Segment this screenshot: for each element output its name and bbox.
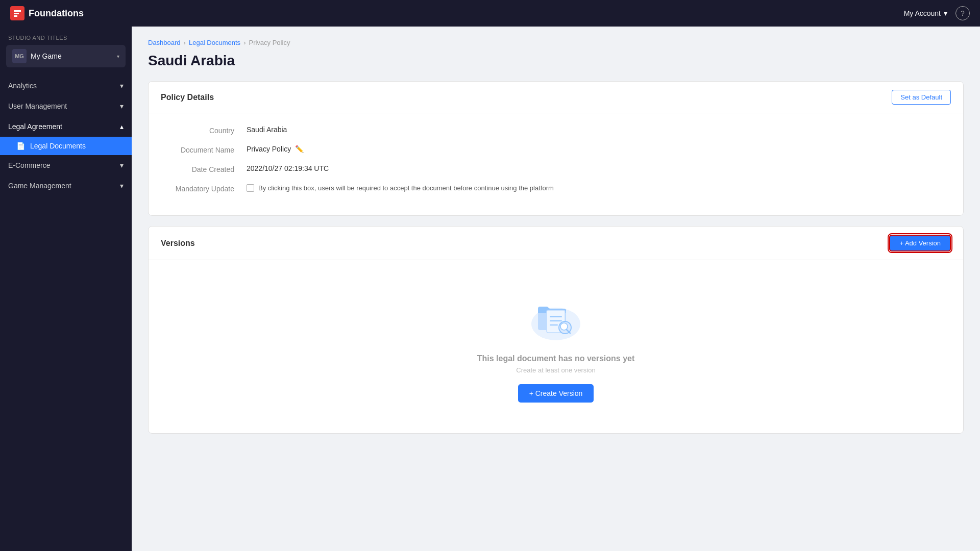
foundations-logo-icon (10, 6, 24, 20)
my-account-label: My Account (904, 9, 941, 17)
sidebar-item-e-commerce[interactable]: E-Commerce ▾ (0, 155, 132, 176)
sidebar-item-game-management[interactable]: Game Management ▾ (0, 176, 132, 196)
studio-label: STUDIO AND TITLES (0, 27, 132, 45)
sidebar-item-analytics-label: Analytics (8, 82, 37, 90)
main-layout: STUDIO AND TITLES MG My Game ▾ Analytics… (0, 27, 980, 551)
user-mgmt-chevron-icon: ▾ (120, 102, 124, 110)
policy-details-title: Policy Details (161, 93, 214, 102)
breadcrumb-sep-1: › (184, 39, 186, 46)
breadcrumb: Dashboard › Legal Documents › Privacy Po… (148, 39, 964, 46)
policy-details-card: Policy Details Set as Default Country Sa… (148, 81, 964, 216)
mandatory-update-row: Mandatory Update By clicking this box, u… (165, 184, 947, 193)
sidebar-item-user-management[interactable]: User Management ▾ (0, 96, 132, 116)
no-versions-illustration (525, 291, 586, 342)
studio-avatar: MG (12, 49, 27, 63)
versions-empty-state: This legal document has no versions yet … (149, 260, 963, 433)
policy-details-body: Country Saudi Arabia Document Name Priva… (149, 113, 963, 215)
breadcrumb-legal-documents[interactable]: Legal Documents (189, 39, 240, 46)
document-name-row: Document Name Privacy Policy ✏️ (165, 145, 947, 154)
document-name-value: Privacy Policy ✏️ (247, 145, 304, 153)
topnav-right: My Account ▾ ? (904, 6, 970, 20)
empty-sub: Create at least one version (516, 366, 595, 374)
top-navigation: Foundations My Account ▾ ? (0, 0, 980, 27)
legal-agreement-chevron-icon: ▴ (120, 122, 124, 131)
studio-chevron-icon: ▾ (117, 54, 119, 59)
sidebar-item-legal-agreement-label: Legal Agreement (8, 122, 62, 131)
country-value: Saudi Arabia (247, 126, 287, 134)
empty-illustration (525, 291, 586, 344)
breadcrumb-sep-2: › (243, 39, 246, 46)
studio-name: My Game (31, 52, 113, 60)
country-row: Country Saudi Arabia (165, 126, 947, 135)
date-created-row: Date Created 2022/10/27 02:19:34 UTC (165, 164, 947, 173)
sidebar-item-analytics[interactable]: Analytics ▾ (0, 76, 132, 96)
empty-title: This legal document has no versions yet (477, 354, 635, 363)
sidebar-item-legal-documents-label: Legal Documents (30, 142, 86, 150)
document-name-label: Document Name (165, 145, 247, 154)
my-account-button[interactable]: My Account ▾ (904, 9, 947, 17)
breadcrumb-dashboard[interactable]: Dashboard (148, 39, 181, 46)
sidebar-item-game-management-label: Game Management (8, 182, 71, 190)
add-version-button[interactable]: + Add Version (889, 235, 951, 252)
brand-logo: Foundations (10, 6, 84, 20)
sidebar: STUDIO AND TITLES MG My Game ▾ Analytics… (0, 27, 132, 551)
brand-label: Foundations (29, 8, 84, 19)
versions-card: Versions + Add Version (148, 226, 964, 434)
legal-documents-icon: 📄 (16, 142, 25, 150)
page-title: Saudi Arabia (148, 53, 964, 69)
edit-document-name-icon[interactable]: ✏️ (295, 145, 304, 153)
policy-details-header: Policy Details Set as Default (149, 82, 963, 113)
sidebar-item-e-commerce-label: E-Commerce (8, 161, 50, 169)
analytics-chevron-icon: ▾ (120, 82, 124, 90)
country-label: Country (165, 126, 247, 135)
mandatory-update-label: Mandatory Update (165, 184, 247, 193)
mandatory-update-checkbox[interactable] (247, 184, 254, 192)
sidebar-item-legal-agreement[interactable]: Legal Agreement ▴ (0, 116, 132, 137)
versions-header: Versions + Add Version (149, 227, 963, 260)
breadcrumb-privacy-policy: Privacy Policy (249, 39, 290, 46)
date-created-value: 2022/10/27 02:19:34 UTC (247, 164, 329, 172)
my-account-chevron-icon: ▾ (944, 9, 947, 17)
mandatory-update-text: By clicking this box, users will be requ… (258, 184, 554, 192)
versions-title: Versions (161, 239, 195, 248)
game-mgmt-chevron-icon: ▾ (120, 182, 124, 190)
date-created-label: Date Created (165, 164, 247, 173)
help-icon: ? (961, 9, 965, 17)
create-version-button[interactable]: + Create Version (518, 384, 594, 403)
sidebar-item-user-management-label: User Management (8, 102, 67, 110)
set-as-default-button[interactable]: Set as Default (892, 90, 951, 105)
sidebar-item-legal-documents[interactable]: 📄 Legal Documents (0, 137, 132, 155)
studio-selector-button[interactable]: MG My Game ▾ (6, 45, 126, 67)
main-content: Dashboard › Legal Documents › Privacy Po… (132, 27, 980, 551)
mandatory-update-value: By clicking this box, users will be requ… (247, 184, 554, 192)
help-button[interactable]: ? (955, 6, 970, 20)
e-commerce-chevron-icon: ▾ (120, 161, 124, 169)
